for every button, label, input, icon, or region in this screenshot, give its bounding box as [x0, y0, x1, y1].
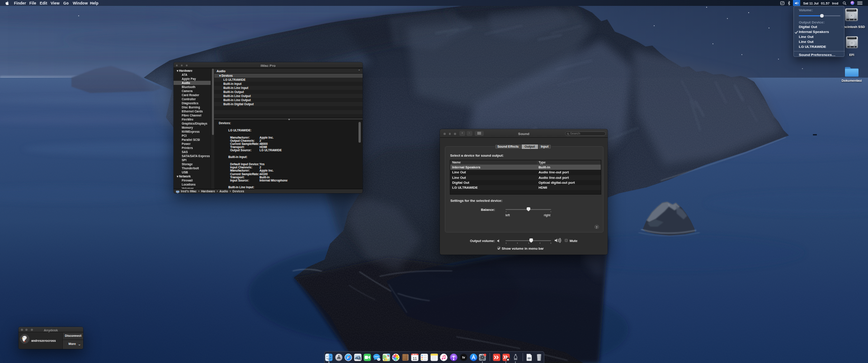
- svg-text:FRI JUL: FRI JUL: [413, 354, 417, 356]
- svg-text:tv: tv: [462, 356, 465, 359]
- svg-text:11: 11: [413, 356, 417, 360]
